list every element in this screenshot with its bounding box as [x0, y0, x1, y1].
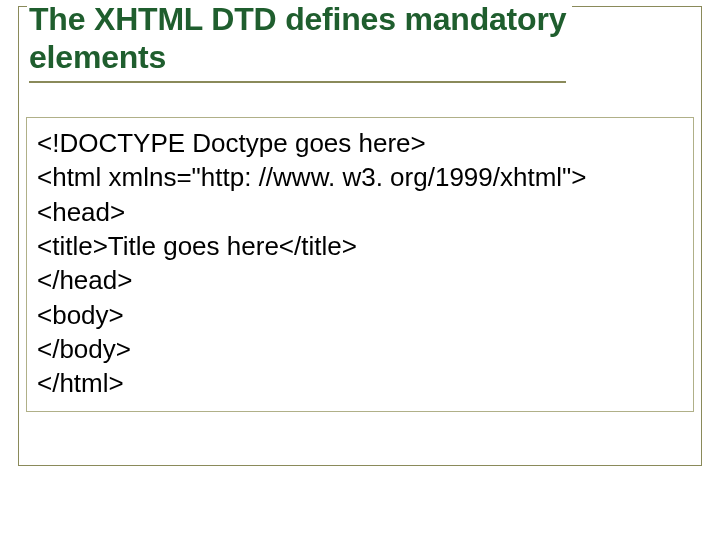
code-line-6: <body>	[37, 298, 683, 332]
code-line-4: <title>Title goes here</title>	[37, 229, 683, 263]
code-line-3: <head>	[37, 195, 683, 229]
title-line-2: elements	[29, 39, 166, 75]
code-box: <!DOCTYPE Doctype goes here> <html xmlns…	[26, 117, 694, 412]
code-line-1: <!DOCTYPE Doctype goes here>	[37, 126, 683, 160]
title-underline	[29, 81, 566, 83]
code-line-7: </body>	[37, 332, 683, 366]
code-line-5: </head>	[37, 263, 683, 297]
slide-title: The XHTML DTD defines mandatory elements	[29, 1, 566, 77]
title-block: The XHTML DTD defines mandatory elements	[27, 1, 572, 83]
code-line-8: </html>	[37, 366, 683, 400]
code-line-2: <html xmlns="http: //www. w3. org/1999/x…	[37, 160, 683, 194]
title-line-1: The XHTML DTD defines mandatory	[29, 1, 566, 37]
slide-frame: The XHTML DTD defines mandatory elements…	[18, 6, 702, 466]
